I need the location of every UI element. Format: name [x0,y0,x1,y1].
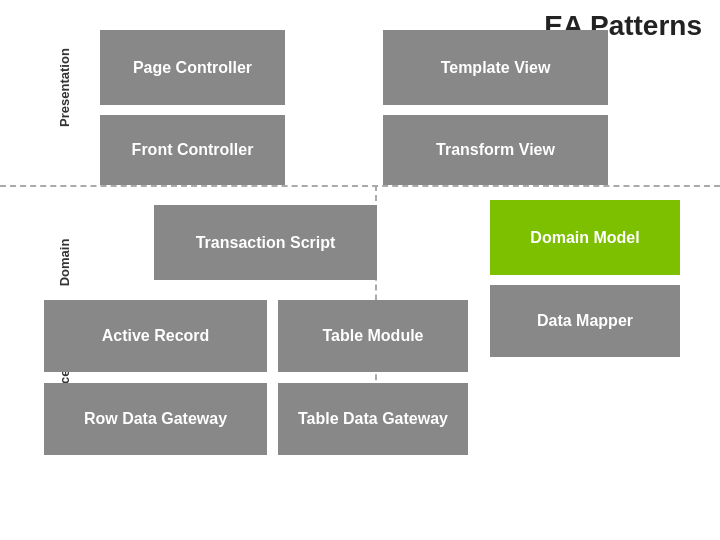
divider-1 [0,185,720,187]
table-data-gateway-box: Table Data Gateway [278,383,468,455]
table-module-box: Table Module [278,300,468,372]
row-data-gateway-box: Row Data Gateway [44,383,267,455]
transform-view-box: Transform View [383,115,608,185]
transaction-script-box: Transaction Script [154,205,377,280]
page-controller-box: Page Controller [100,30,285,105]
active-record-box: Active Record [44,300,267,372]
front-controller-box: Front Controller [100,115,285,185]
domain-model-box: Domain Model [490,200,680,275]
data-mapper-box: Data Mapper [490,285,680,357]
template-view-box: Template View [383,30,608,105]
side-label-presentation: Presentation [57,28,72,148]
